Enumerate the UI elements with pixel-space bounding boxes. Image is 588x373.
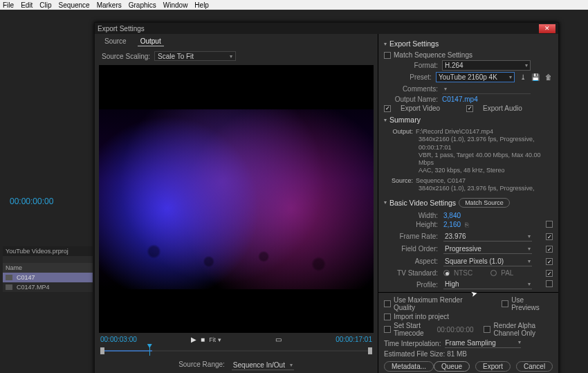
match-framerate-checkbox[interactable] — [546, 233, 553, 240]
source-scaling-dropdown[interactable]: Scale To Fit — [154, 51, 236, 61]
use-previews-checkbox[interactable] — [502, 300, 508, 307]
width-value[interactable]: 3,840 — [443, 212, 461, 219]
preview-frame — [99, 109, 374, 289]
settings-column: Export Settings Match Sequence Settings … — [378, 34, 558, 373]
summary-header[interactable]: Summary — [384, 116, 553, 124]
metadata-button[interactable]: Metadata... — [384, 361, 434, 372]
match-sequence-checkbox[interactable] — [384, 52, 391, 59]
preset-label: Preset: — [384, 73, 432, 81]
fieldorder-dropdown[interactable]: Progressive — [443, 244, 532, 254]
profile-label: Profile: — [384, 281, 443, 289]
in-point-handle[interactable] — [100, 347, 104, 354]
program-timecode: 00:00:00:00 — [10, 197, 53, 206]
close-button[interactable]: ✕ — [539, 24, 555, 33]
stop-icon[interactable]: ■ — [201, 336, 205, 343]
dialog-titlebar[interactable]: Export Settings ✕ — [95, 23, 558, 34]
play-icon[interactable]: ▶ — [191, 336, 196, 343]
match-source-button[interactable]: Match Source — [459, 198, 510, 208]
app-menubar[interactable]: File Edit Clip Sequence Markers Graphics… — [0, 0, 588, 10]
preset-dropdown[interactable]: YouTube 2160p 4K — [436, 72, 515, 82]
sequence-icon — [6, 275, 12, 280]
menu-file[interactable]: File — [3, 1, 14, 9]
menu-window[interactable]: Window — [163, 1, 188, 9]
match-fieldorder-checkbox[interactable] — [546, 246, 553, 253]
clip-icon — [6, 284, 12, 290]
width-label: Width: — [384, 212, 443, 219]
pal-radio[interactable] — [490, 270, 497, 276]
export-audio-label: Export Audio — [483, 104, 522, 112]
export-video-label: Export Video — [401, 104, 440, 112]
cancel-button[interactable]: Cancel — [516, 361, 553, 372]
use-previews-label: Use Previews — [511, 296, 553, 311]
source-scaling-label: Source Scaling: — [102, 53, 150, 60]
import-preset-icon[interactable]: ⤓ — [519, 73, 527, 82]
source-output-tabs[interactable]: Source Output — [95, 34, 378, 49]
workspace: 00:00:00:00 YouTube Videos.prproj Name C… — [0, 10, 588, 373]
set-start-tc-checkbox[interactable] — [384, 326, 391, 333]
duration-timecode: 00:00:17:01 — [336, 336, 372, 343]
project-item-label: C0147 — [17, 274, 35, 281]
time-interpolation-label: Time Interpolation: — [384, 340, 441, 347]
aspect-label: Aspect: — [384, 257, 443, 265]
export-button[interactable]: Export — [475, 361, 511, 372]
export-video-checkbox[interactable] — [384, 105, 391, 112]
link-dimensions-icon[interactable]: ⎘ — [465, 221, 468, 228]
output-name-link[interactable]: C0147.mp4 — [442, 95, 478, 103]
aspect-correction-icon[interactable]: ▭ — [275, 336, 282, 343]
project-item-clip[interactable]: C0147.MP4 — [3, 282, 93, 292]
estimated-file-size: Estimated File Size: 81 MB — [384, 350, 553, 358]
export-settings-header[interactable]: Export Settings — [384, 39, 553, 48]
tvstd-label: TV Standard: — [384, 269, 443, 277]
match-profile-checkbox[interactable] — [546, 280, 553, 287]
delete-preset-icon[interactable]: 🗑 — [544, 73, 553, 82]
menu-graphics[interactable]: Graphics — [129, 1, 156, 9]
import-into-project-checkbox[interactable] — [384, 313, 391, 320]
dialog-title: Export Settings — [98, 25, 145, 33]
scrub-bar[interactable] — [100, 345, 372, 358]
source-range-label: Source Range: — [178, 361, 225, 370]
time-interpolation-dropdown[interactable]: Frame Sampling — [445, 339, 521, 348]
framerate-label: Frame Rate: — [384, 233, 443, 240]
comments-input[interactable] — [442, 84, 531, 94]
aspect-dropdown[interactable]: Square Pixels (1.0) — [443, 257, 532, 266]
current-timecode[interactable]: 00:00:03:00 — [100, 336, 137, 343]
menu-markers[interactable]: Markers — [97, 1, 122, 9]
output-name-label: Output Name: — [384, 95, 438, 103]
format-label: Format: — [384, 62, 438, 69]
tab-output[interactable]: Output — [138, 37, 164, 46]
menu-help[interactable]: Help — [194, 1, 209, 9]
framerate-dropdown[interactable]: 23.976 — [443, 232, 532, 242]
menu-clip[interactable]: Clip — [39, 1, 51, 9]
preview-column: Source Output Source Scaling: Scale To F… — [95, 34, 378, 373]
match-aspect-checkbox[interactable] — [546, 258, 553, 265]
match-sequence-label: Match Sequence Settings — [394, 51, 472, 59]
render-alpha-label: Render Alpha Channel Only — [493, 322, 553, 337]
match-tvstd-checkbox[interactable] — [546, 270, 553, 277]
format-dropdown[interactable]: H.264 — [442, 60, 531, 71]
playhead[interactable] — [149, 346, 150, 356]
export-audio-checkbox[interactable] — [466, 105, 473, 112]
tab-source[interactable]: Source — [102, 37, 129, 46]
ntsc-radio[interactable] — [443, 270, 450, 276]
project-panel[interactable]: YouTube Videos.prproj Name C0147 C0147.M… — [3, 246, 93, 292]
match-dimensions-checkbox[interactable] — [546, 221, 553, 228]
transport-controls: 00:00:03:00 ▶ ■ Fit ▾ ▭ 00:00:17:01 — [95, 333, 378, 373]
out-point-handle[interactable] — [368, 347, 372, 354]
comments-label: Comments: — [384, 85, 438, 93]
max-render-quality-checkbox[interactable] — [384, 300, 391, 307]
project-file-name: YouTube Videos.prproj — [3, 246, 93, 256]
render-alpha-checkbox[interactable] — [484, 326, 490, 333]
queue-button[interactable]: Queue — [434, 361, 470, 372]
fieldorder-label: Field Order: — [384, 245, 443, 253]
profile-dropdown[interactable]: High — [443, 280, 532, 289]
menu-sequence[interactable]: Sequence — [59, 1, 90, 9]
basic-video-settings-header[interactable]: Basic Video Settings Match Source — [384, 198, 553, 208]
source-range-dropdown[interactable]: Sequence In/Out — [232, 361, 294, 370]
height-value[interactable]: 2,160 — [443, 221, 461, 228]
save-preset-icon[interactable]: 💾 — [531, 73, 540, 82]
project-item-sequence[interactable]: C0147 — [3, 273, 93, 282]
project-column-name[interactable]: Name — [3, 263, 93, 273]
zoom-fit-dropdown[interactable]: Fit ▾ — [209, 336, 221, 343]
menu-edit[interactable]: Edit — [21, 1, 33, 9]
video-preview[interactable] — [99, 65, 374, 333]
